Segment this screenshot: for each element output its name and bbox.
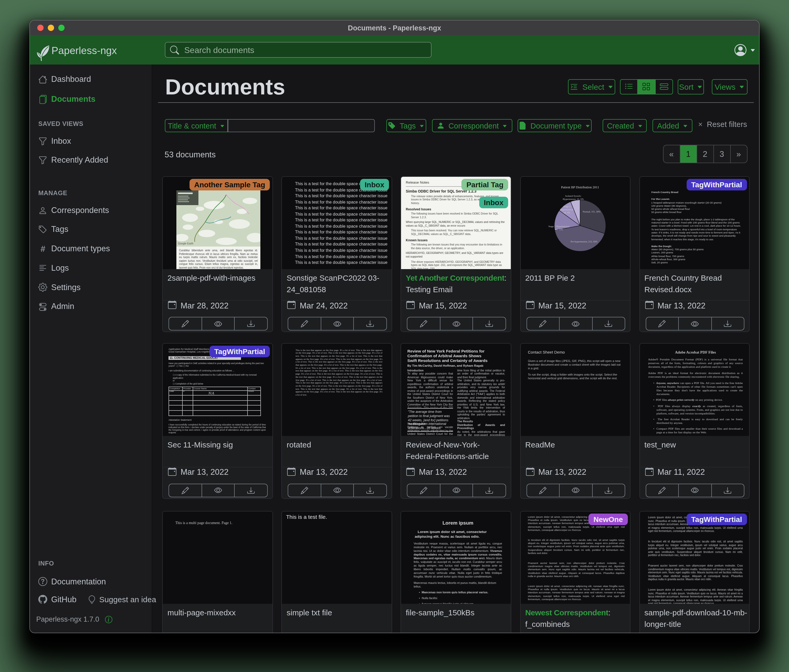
svg-text:Isolated Systolic: Isolated Systolic xyxy=(565,194,581,197)
svg-text:Hypertension, 31, 6%: Hypertension, 31, 6% xyxy=(562,198,583,201)
svg-text:65, 13%: 65, 13% xyxy=(555,228,563,231)
svg-text:Stage 1 Hypertension,: Stage 1 Hypertension, xyxy=(548,225,569,228)
svg-text:Hypertension,: Hypertension, xyxy=(560,208,573,211)
svg-text:Patient BP Distribution 2011: Patient BP Distribution 2011 xyxy=(561,185,599,189)
svg-text:Google Earth: Google Earth xyxy=(178,242,193,245)
svg-text:Pre-hypertension, 212, 42%: Pre-hypertension, 212, 42% xyxy=(570,240,597,243)
svg-text:44, 9%: 44, 9% xyxy=(563,212,570,214)
svg-text:Stage 2: Stage 2 xyxy=(563,205,570,208)
svg-text:Normal, 151, 30%: Normal, 151, 30% xyxy=(583,210,600,213)
